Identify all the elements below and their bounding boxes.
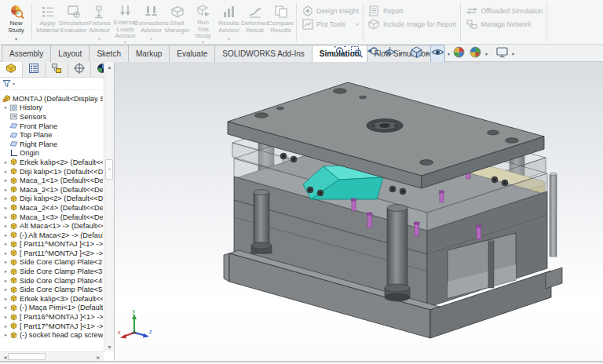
fixtures-advisor-button[interactable]: Fixtures Advisor▾ <box>86 2 112 43</box>
scroll-down-arrow[interactable]: ▼ <box>104 342 115 351</box>
tree-item-di-i-kal-p-1-default-defa[interactable]: ▸Dişi kalıp<1> (Default<<Defa <box>2 167 103 177</box>
tree-item-alt-maca-2-default[interactable]: ▸(-) Alt Maca<2> -> (Default<- <box>2 231 103 240</box>
filter-dropdown-arrow[interactable]: ▾ <box>13 81 15 86</box>
expander-arrow-icon[interactable]: ▸ <box>2 214 9 220</box>
scroll-right-arrow[interactable]: ► <box>93 352 104 362</box>
tree-vertical-scrollbar[interactable]: ▲ ▼ <box>104 62 114 351</box>
expander-arrow-icon[interactable]: ▸ <box>2 187 9 193</box>
panel-tab-dimxpert[interactable] <box>68 62 91 77</box>
tree-item-side-core-clamp-plate-2-de[interactable]: ▸Side Core Clamp Plate<2> (De <box>2 258 103 268</box>
expander-arrow-icon[interactable]: ▸ <box>2 159 9 166</box>
tree-item-front-plane[interactable]: Front Plane <box>2 122 103 131</box>
expander-arrow-icon[interactable]: ▸ <box>2 278 9 284</box>
view-orientation-button[interactable] <box>409 45 424 63</box>
dropdown-arrow-icon[interactable]: ▾ <box>485 51 488 56</box>
expander-arrow-icon[interactable]: ▸ <box>2 259 9 265</box>
report-button[interactable]: Report <box>367 4 457 17</box>
expander-arrow-icon[interactable]: ▸ <box>2 223 9 229</box>
tree-item-erkek-kal-p-3-default-def[interactable]: ▸Erkek kalıp<3> (Default<<Def <box>2 294 103 304</box>
filter-icon[interactable] <box>2 77 11 91</box>
horizontal-scroll-thumb[interactable] <box>8 353 46 360</box>
expander-arrow-icon[interactable]: ▸ <box>2 241 9 247</box>
tree-item-part11-montaj-1-de[interactable]: ▸[ Part11^MONTAJ ]<1> -> (De <box>2 240 103 249</box>
dropdown-arrow-icon[interactable]: ▾ <box>150 37 152 43</box>
tree-item-ma-a-pimi-1-default-d[interactable]: ▸(-) Maça Pimi<1> (Default<<D <box>2 304 103 313</box>
offloaded-simulation-button[interactable]: Offloaded Simulation <box>465 4 543 17</box>
manage-network-button[interactable]: Manage Network <box>465 17 543 31</box>
tree-item-di-i-kal-p-2-default-defa[interactable]: ▸Dişi kalıp<2> (Default<<Defa <box>2 195 103 204</box>
tree-item-part17-montaj-1-x-d[interactable]: ▸[ Part17^MONTAJ ]<1> ->x (D <box>2 322 103 331</box>
dropdown-arrow-icon[interactable]: ▾ <box>448 51 450 56</box>
results-advisor-button[interactable]: Results Advisor▾ <box>216 2 242 43</box>
new-study-button[interactable]: New Study▾ <box>3 2 29 43</box>
tree-item-right-plane[interactable]: Right Plane <box>2 140 103 149</box>
dropdown-arrow-icon[interactable]: ▾ <box>512 51 514 56</box>
tree-item-side-core-clamp-plate-3-de[interactable]: ▸Side Core Clamp Plate<3> (De <box>2 267 103 276</box>
expander-arrow-icon[interactable]: ▸ <box>2 323 9 329</box>
tree-item-maca-2-1-default-defaul[interactable]: ▸Maca_2<1> (Default<<Defaul <box>2 185 103 195</box>
panel-tab-feature-tree[interactable] <box>0 62 23 77</box>
tree-item-top-plane[interactable]: Top Plane <box>2 130 103 140</box>
shell-manager-button[interactable]: Shell Manager <box>164 2 190 43</box>
mold-assembly-model[interactable] <box>115 62 603 360</box>
dropdown-arrow-icon[interactable]: ▾ <box>228 37 230 43</box>
expander-arrow-icon[interactable]: ▸ <box>2 169 9 175</box>
simulation-evaluator-button[interactable]: Simulation Evaluator <box>60 2 86 43</box>
tree-item-side-core-clamp-plate-5-de[interactable]: ▸Side Core Clamp Plate<5> (De <box>2 285 103 294</box>
vertical-scroll-thumb[interactable] <box>105 159 113 180</box>
deformed-result-button[interactable]: Deformed Result <box>242 2 268 43</box>
tree-item-montaj-default-display-state[interactable]: MONTAJ (Default<Display State- <box>2 94 103 104</box>
tree-item-part11-montaj-2-de[interactable]: ▸[ Part11^MONTAJ ]<2> -> (De <box>2 249 103 258</box>
expander-arrow-icon[interactable]: ▸ <box>2 177 9 184</box>
design-insight-button[interactable]: Design Insight <box>301 4 359 17</box>
panel-tab-configuration-manager[interactable] <box>46 62 68 77</box>
plot-tools-button[interactable]: Plot Tools▾ <box>301 17 359 31</box>
zoom-to-fit-button[interactable] <box>333 45 348 63</box>
expander-arrow-icon[interactable]: ▸ <box>2 332 9 338</box>
tab-layout[interactable]: Layout <box>51 45 90 62</box>
apply-material-button[interactable]: Apply Material <box>35 2 60 43</box>
tree-item-history[interactable]: ▸History <box>2 104 103 113</box>
expander-arrow-icon[interactable]: ▸ <box>2 104 9 111</box>
include-image-for-report-button[interactable]: Include Image for Report <box>367 17 457 31</box>
connections-advisor-button[interactable]: Connections Advisor▾ <box>138 2 164 43</box>
zoom-to-area-button[interactable] <box>349 45 364 63</box>
expander-arrow-icon[interactable]: ▸ <box>2 250 9 257</box>
dropdown-arrow-icon[interactable]: ▾ <box>356 21 359 27</box>
dropdown-arrow-icon[interactable]: ▾ <box>426 51 429 56</box>
tree-item-maca-2-4-default-defaul[interactable]: ▸Maca_2<4> (Default<<Defaul <box>2 203 103 213</box>
expander-arrow-icon[interactable]: ▸ <box>2 195 9 202</box>
tab-solidworks-add-ins[interactable]: SOLIDWORKS Add-Ins <box>215 45 312 62</box>
expander-arrow-icon[interactable]: ▸ <box>2 268 9 275</box>
tree-item-socket-head-cap-screw-am[interactable]: ▸(-) socket head cap screw_am( <box>2 330 103 340</box>
dropdown-arrow-icon[interactable]: ▾ <box>400 51 402 56</box>
expander-arrow-icon[interactable]: ▸ <box>2 205 9 211</box>
view-settings-button[interactable] <box>495 45 510 63</box>
graphics-viewport[interactable]: y x z <box>115 62 603 361</box>
panel-tab-property-manager[interactable] <box>23 62 46 77</box>
run-this-study-button[interactable]: Run This Study▾ <box>190 2 216 43</box>
compare-results-button[interactable]: Compare Results <box>268 2 294 43</box>
expander-arrow-icon[interactable]: ▸ <box>2 296 9 302</box>
section-view-button[interactable] <box>382 45 397 63</box>
tree-item-origin[interactable]: Origin <box>2 149 103 158</box>
tree-item-alt-maca-1-default-de[interactable]: ▸Alt Maca<1> -> (Default<<De <box>2 221 103 231</box>
tree-item-part16-montaj-1-x-d[interactable]: ▸[ Part16^MONTAJ ]<1> ->x (D <box>2 312 103 322</box>
tree-horizontal-scrollbar[interactable]: ◄ ► <box>0 351 104 361</box>
tree-item-maca-1-1-default-defaul[interactable]: ▸Maca_1<1> (Default<<Defaul <box>2 176 103 185</box>
tab-assembly[interactable]: Assembly <box>2 45 51 62</box>
hide-show-items-button[interactable] <box>430 45 445 63</box>
tree-item-maca-1-3-default-defaul[interactable]: ▸Maca_1<3> (Default<<Defaul <box>2 213 103 222</box>
expander-arrow-icon[interactable]: ▸ <box>2 304 9 311</box>
dropdown-arrow-icon[interactable]: ▾ <box>15 37 17 43</box>
expander-arrow-icon[interactable]: ▸ <box>2 286 9 293</box>
edit-appearance-button[interactable] <box>451 45 466 63</box>
tree-item-erkek-kal-p-2-default-def[interactable]: ▸Erkek kalıp<2> (Default<<Def <box>2 158 103 167</box>
dropdown-arrow-icon[interactable]: ▾ <box>98 37 100 43</box>
expander-arrow-icon[interactable]: ▸ <box>2 314 9 320</box>
tab-markup[interactable]: Markup <box>129 45 170 62</box>
tree-item-sensors[interactable]: Sensors <box>2 112 103 122</box>
tree-item-side-core-clamp-plate-4-de[interactable]: ▸Side Core Clamp Plate<4> (De <box>2 276 103 286</box>
apply-scene-button[interactable] <box>468 45 483 63</box>
tab-sketch[interactable]: Sketch <box>90 45 129 62</box>
